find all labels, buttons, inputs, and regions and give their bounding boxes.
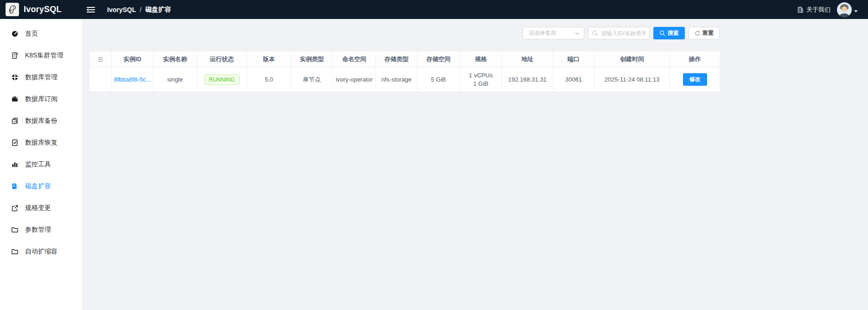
sidebar-item-label: 首页 xyxy=(25,30,38,38)
menu-fold-icon[interactable] xyxy=(87,6,95,13)
breadcrumb-current: 磁盘扩容 xyxy=(145,6,171,14)
sidebar-item-database-backup[interactable]: 数据库备份 xyxy=(0,112,82,130)
k8s-cluster-icon xyxy=(11,52,19,59)
chevron-down-icon xyxy=(854,10,858,13)
table-row: 8fbba8f8-5c... single RUNNING 5.0 单节点 iv… xyxy=(89,68,720,92)
building-icon xyxy=(797,6,804,13)
search-field xyxy=(588,27,650,39)
search-icon xyxy=(659,30,665,36)
sidebar-item-spec-change[interactable]: 规格变更 xyxy=(0,199,82,217)
user-menu[interactable] xyxy=(837,2,858,17)
brand-name: IvorySQL xyxy=(24,5,62,14)
spec-change-icon xyxy=(11,204,19,212)
col-port: 端口 xyxy=(553,51,594,68)
spec-memory: 1 GiB xyxy=(460,80,502,88)
instances-table: ☰ 实例ID 实例名称 运行状态 版本 实例类型 命名空间 存储类型 存储空间 … xyxy=(89,51,720,92)
status-badge: RUNNING xyxy=(204,75,240,85)
database-restore-icon xyxy=(11,139,19,146)
user-avatar[interactable] xyxy=(837,2,852,17)
dashboard-icon xyxy=(11,30,19,38)
col-version: 版本 xyxy=(247,51,291,68)
spec-cell: 1 vCPUs 1 GiB xyxy=(460,68,502,92)
sidebar-item-label: K8S集群管理 xyxy=(25,51,63,60)
sidebar-item-autoscale[interactable]: 自动扩缩容 xyxy=(0,242,82,261)
col-created-at: 创建时间 xyxy=(594,51,670,68)
expand-all-icon[interactable]: ☰ xyxy=(98,56,103,63)
brand[interactable]: IvorySQL xyxy=(0,3,82,16)
sidebar-item-label: 规格变更 xyxy=(25,204,51,212)
created-at-cell: 2025-11-24 08:11:13 xyxy=(594,68,670,92)
spec-cpu: 1 vCPUs xyxy=(460,71,502,80)
col-storage-space: 存储空间 xyxy=(417,51,460,68)
sidebar-item-label: 数据库备份 xyxy=(25,117,57,125)
table-header-row: ☰ 实例ID 实例名称 运行状态 版本 实例类型 命名空间 存储类型 存储空间 … xyxy=(89,51,720,68)
search-button-label: 搜索 xyxy=(668,29,679,37)
reset-button[interactable]: 重置 xyxy=(689,27,720,39)
breadcrumb-separator: / xyxy=(140,6,141,13)
reset-icon xyxy=(695,31,700,36)
col-instance-id: 实例ID xyxy=(112,51,153,68)
sidebar-item-home[interactable]: 首页 xyxy=(0,25,82,43)
sidebar-item-database-manage[interactable]: 数据库管理 xyxy=(0,68,82,87)
search-button[interactable]: 搜索 xyxy=(653,27,685,39)
namespace-cell: ivory-operator xyxy=(333,68,376,92)
topbar-right: 关于我们 xyxy=(797,2,868,17)
database-subscribe-icon xyxy=(11,95,19,103)
address-cell: 192.168.31.31 xyxy=(502,68,553,92)
sidebar-item-disk-expand[interactable]: 磁盘扩容 xyxy=(0,177,82,196)
sidebar-item-label: 自动扩缩容 xyxy=(25,247,57,256)
database-backup-icon xyxy=(11,117,19,125)
about-us-label: 关于我们 xyxy=(806,6,830,14)
search-input[interactable] xyxy=(601,30,645,37)
row-expand-cell[interactable] xyxy=(89,68,112,92)
sidebar: 首页 K8S集群管理 数据库管理 数据库订阅 数据库备份 xyxy=(0,19,82,310)
folder-icon xyxy=(11,226,19,234)
port-cell: 30061 xyxy=(553,68,594,92)
expand-all-header[interactable]: ☰ xyxy=(89,51,112,68)
storage-type-cell: nfs-storage xyxy=(376,68,417,92)
cluster-select-placeholder: 请选择集群 xyxy=(529,29,556,37)
instance-type-cell: 单节点 xyxy=(291,68,333,92)
breadcrumb: IvorySQL / 磁盘扩容 xyxy=(107,6,171,14)
col-spec: 规格 xyxy=(460,51,502,68)
instance-id-link[interactable]: 8fbba8f8-5c... xyxy=(114,76,151,83)
sidebar-item-monitor-tools[interactable]: 监控工具 xyxy=(0,155,82,174)
sidebar-item-label: 数据库订阅 xyxy=(25,95,57,103)
cluster-select[interactable]: 请选择集群 xyxy=(523,27,584,39)
sidebar-item-label: 监控工具 xyxy=(25,160,51,169)
col-actions: 操作 xyxy=(670,51,720,68)
col-address: 地址 xyxy=(502,51,553,68)
edit-button[interactable]: 修改 xyxy=(683,73,707,86)
search-icon xyxy=(592,30,598,36)
sidebar-item-label: 数据库管理 xyxy=(25,73,57,82)
col-storage-type: 存储类型 xyxy=(376,51,417,68)
folder-icon xyxy=(11,248,19,255)
sidebar-item-label: 磁盘扩容 xyxy=(25,182,51,190)
breadcrumb-root[interactable]: IvorySQL xyxy=(107,6,136,13)
sidebar-item-params-manage[interactable]: 参数管理 xyxy=(0,221,82,239)
sidebar-item-k8s-cluster[interactable]: K8S集群管理 xyxy=(0,46,82,65)
ivorysql-logo-icon xyxy=(6,3,19,16)
col-instance-type: 实例类型 xyxy=(291,51,333,68)
toolbar: 请选择集群 搜索 重置 xyxy=(89,27,720,39)
col-run-status: 运行状态 xyxy=(197,51,247,68)
col-instance-name: 实例名称 xyxy=(153,51,197,68)
monitor-tools-icon xyxy=(11,161,19,168)
col-namespace: 命名空间 xyxy=(333,51,376,68)
about-us-link[interactable]: 关于我们 xyxy=(797,6,830,14)
disk-expand-icon xyxy=(11,183,19,190)
main-content: 请选择集群 搜索 重置 xyxy=(82,19,868,310)
version-cell: 5.0 xyxy=(247,68,291,92)
database-manage-icon xyxy=(11,74,19,81)
sidebar-item-database-restore[interactable]: 数据库恢复 xyxy=(0,133,82,152)
sidebar-item-database-subscribe[interactable]: 数据库订阅 xyxy=(0,90,82,108)
topbar: IvorySQL IvorySQL / 磁盘扩容 关于我们 xyxy=(0,0,868,19)
storage-space-cell: 5 GiB xyxy=(417,68,460,92)
sidebar-item-label: 数据库恢复 xyxy=(25,139,57,147)
chevron-down-icon xyxy=(574,31,580,36)
instance-name-cell: single xyxy=(153,68,197,92)
sidebar-item-label: 参数管理 xyxy=(25,226,51,234)
reset-button-label: 重置 xyxy=(702,29,714,37)
